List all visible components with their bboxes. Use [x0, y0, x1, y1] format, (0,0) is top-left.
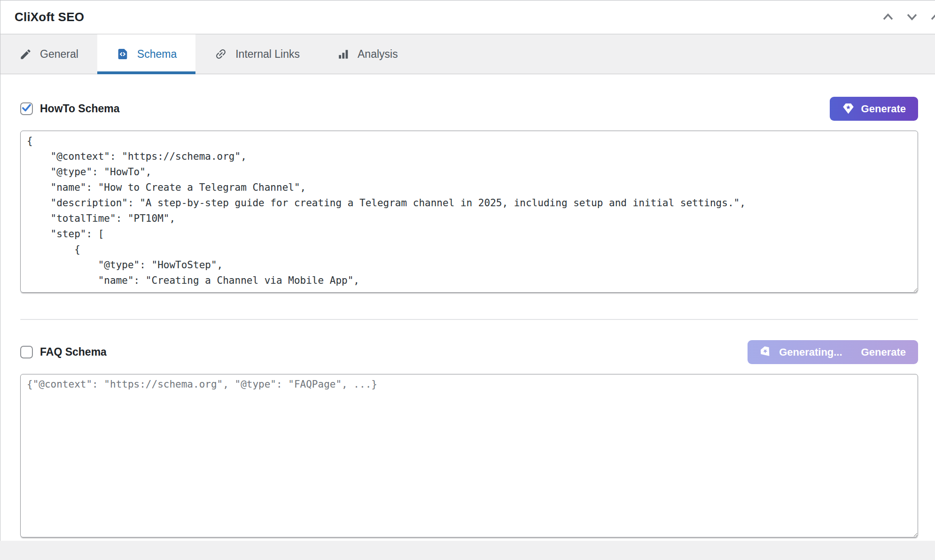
metabox-header-actions: [880, 0, 935, 34]
tab-analysis[interactable]: Analysis: [319, 34, 417, 74]
generate-button-label: Generate: [861, 346, 906, 358]
tab-general[interactable]: General: [0, 34, 97, 74]
schema-tab-panel: HowTo Schema Generate { "@context": "htt…: [0, 74, 935, 537]
chevron-down-icon: [905, 12, 919, 23]
tab-schema[interactable]: Schema: [97, 34, 195, 74]
faq-generate-button[interactable]: Generating... Generate: [748, 340, 918, 364]
tab-label: Schema: [137, 48, 177, 61]
howto-generate-button[interactable]: Generate: [830, 97, 918, 121]
generate-button-label: Generate: [861, 103, 906, 115]
link-icon: [214, 47, 227, 61]
move-up-button[interactable]: [880, 9, 896, 26]
faq-schema-checkbox[interactable]: [20, 346, 33, 358]
generating-status-label: Generating...: [779, 346, 842, 358]
faq-schema-row: FAQ Schema Generating... Generate: [20, 340, 918, 364]
gem-star-icon: [842, 102, 855, 115]
gem-star-icon: [757, 343, 775, 361]
tab-label: General: [40, 48, 78, 61]
clixoft-seo-metabox: CliXoft SEO Gener: [0, 0, 935, 541]
howto-schema-label: HowTo Schema: [40, 102, 120, 115]
move-down-button[interactable]: [904, 9, 920, 26]
chevron-up-icon: [881, 12, 895, 23]
howto-schema-checkbox[interactable]: [20, 102, 33, 115]
faq-schema-label: FAQ Schema: [40, 346, 107, 358]
bar-chart-icon: [337, 48, 350, 60]
tab-label: Analysis: [358, 48, 398, 61]
code-file-icon: [116, 47, 129, 61]
metabox-header: CliXoft SEO: [0, 0, 935, 34]
toggle-panel-button[interactable]: [927, 9, 935, 26]
tab-label: Internal Links: [235, 48, 300, 61]
howto-schema-textarea[interactable]: { "@context": "https://schema.org", "@ty…: [20, 131, 918, 293]
tab-internal-links[interactable]: Internal Links: [195, 34, 319, 74]
faq-schema-textarea[interactable]: [20, 374, 918, 537]
toggle-panel-icon: [929, 12, 935, 23]
pencil-icon: [19, 48, 32, 61]
tab-bar: General Schema Internal Links: [0, 34, 935, 74]
section-divider: [20, 319, 918, 320]
checkmark-icon: [21, 102, 32, 115]
howto-schema-row: HowTo Schema Generate: [20, 97, 918, 121]
page-title: CliXoft SEO: [15, 10, 84, 24]
